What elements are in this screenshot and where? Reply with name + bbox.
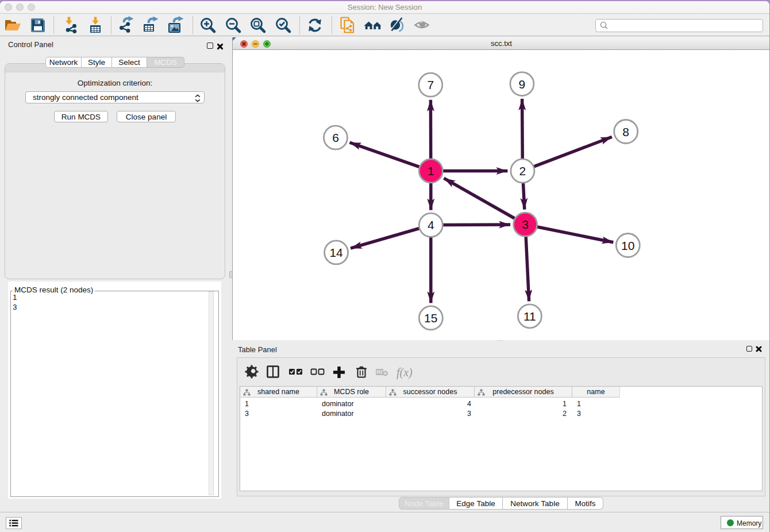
- svg-text:9: 9: [519, 78, 526, 91]
- svg-text:4: 4: [428, 218, 434, 232]
- svg-text:14: 14: [329, 246, 343, 259]
- svg-text:11: 11: [523, 310, 536, 323]
- svg-text:6: 6: [332, 131, 339, 144]
- svg-text:1: 1: [428, 164, 434, 178]
- svg-text:2: 2: [519, 164, 526, 178]
- svg-text:15: 15: [424, 311, 437, 325]
- svg-text:8: 8: [622, 125, 629, 138]
- svg-text:10: 10: [621, 239, 634, 252]
- svg-text:7: 7: [427, 78, 434, 91]
- svg-text:3: 3: [522, 218, 529, 231]
